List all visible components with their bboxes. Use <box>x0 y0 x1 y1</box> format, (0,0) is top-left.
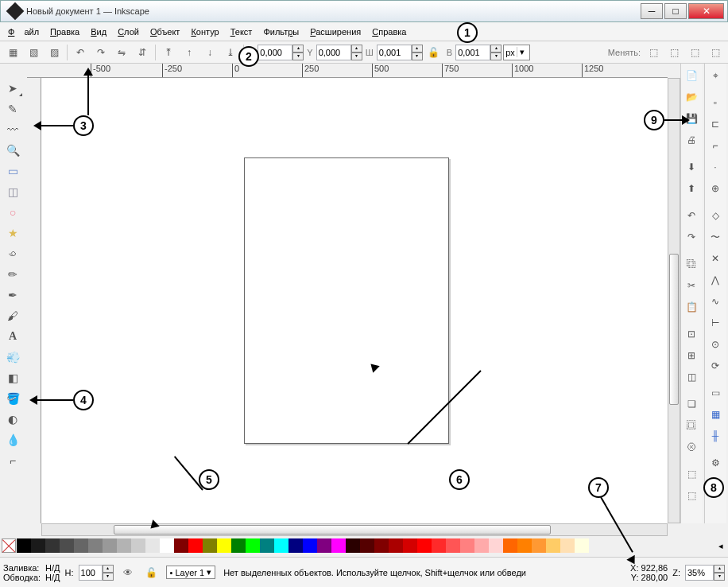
redo-icon[interactable]: ↷ <box>681 227 702 247</box>
horizontal-scrollbar[interactable] <box>41 523 668 536</box>
lock-icon[interactable]: 🔓 <box>424 43 443 62</box>
lower-icon[interactable]: ↓ <box>200 43 219 62</box>
affect-corners-icon[interactable]: ⬚ <box>685 43 704 62</box>
color-swatch[interactable] <box>389 538 403 553</box>
color-swatch[interactable] <box>446 538 460 553</box>
canvas-area[interactable] <box>41 78 668 523</box>
color-swatch[interactable] <box>131 538 145 553</box>
w-spinner[interactable]: ▴▾ <box>377 45 423 60</box>
snap-corner-icon[interactable]: ⌐ <box>705 135 726 156</box>
menu-view[interactable]: Вид <box>86 25 111 39</box>
snap-cusp-icon[interactable]: ⋀ <box>705 270 726 290</box>
menu-object[interactable]: Объект <box>145 25 184 39</box>
color-swatch[interactable] <box>474 538 489 553</box>
snap-object-center-icon[interactable]: ⊙ <box>705 334 726 355</box>
menu-filters[interactable]: Фильтры <box>258 25 304 39</box>
pencil-tool-icon[interactable]: ✏ <box>2 264 24 284</box>
affect-scale-icon[interactable]: ⬚ <box>664 43 683 62</box>
color-swatch[interactable] <box>103 538 117 553</box>
color-swatch[interactable] <box>88 538 103 553</box>
snap-guide-icon[interactable]: ╫ <box>705 426 726 446</box>
snap-intersection-icon[interactable]: ✕ <box>705 248 726 269</box>
x-spinner[interactable]: ▴▾ <box>258 45 304 60</box>
spray-tool-icon[interactable]: 💨 <box>2 347 24 367</box>
undo-icon[interactable]: ↶ <box>681 205 702 226</box>
flip-v-icon[interactable]: ⇵ <box>133 43 152 62</box>
zoom-tool-icon[interactable]: 🔍 <box>2 140 24 160</box>
ungroup-icon[interactable]: ⬚ <box>681 485 702 506</box>
zoom-spinner[interactable]: ▴▾ <box>685 565 725 581</box>
eraser-tool-icon[interactable]: ◧ <box>2 367 24 387</box>
color-swatch[interactable] <box>160 538 174 553</box>
flip-h-icon[interactable]: ⇋ <box>112 43 131 62</box>
color-swatch[interactable] <box>288 538 303 553</box>
snap-nodes-icon[interactable]: ◇ <box>705 205 726 226</box>
open-icon[interactable]: 📂 <box>681 87 702 107</box>
copy-icon[interactable]: ⿻ <box>681 254 702 274</box>
color-swatch[interactable] <box>74 538 88 553</box>
unit-combo[interactable]: px▾ <box>503 45 530 60</box>
color-swatch[interactable] <box>45 538 60 553</box>
dropper-tool-icon[interactable]: 💧 <box>2 430 24 449</box>
raise-icon[interactable]: ↑ <box>180 43 199 62</box>
snap-bbox-icon[interactable]: ▫ <box>705 92 726 113</box>
gradient-tool-icon[interactable]: ◐ <box>2 409 24 429</box>
tweak-tool-icon[interactable]: 〰 <box>2 119 24 139</box>
y-spinner[interactable]: ▴▾ <box>316 45 362 60</box>
color-swatch[interactable] <box>417 538 432 553</box>
snap-rotation-icon[interactable]: ⟳ <box>705 356 726 376</box>
color-swatch[interactable] <box>145 538 160 553</box>
color-swatch[interactable] <box>174 538 188 553</box>
vertical-scrollbar[interactable] <box>668 78 680 523</box>
box3d-tool-icon[interactable]: ◫ <box>2 181 24 201</box>
color-swatch[interactable] <box>374 538 389 553</box>
export-icon[interactable]: ⬆ <box>681 178 702 199</box>
color-swatch[interactable] <box>188 538 203 553</box>
cut-icon[interactable]: ✂ <box>681 275 702 296</box>
color-swatch[interactable] <box>17 538 31 553</box>
color-swatch[interactable] <box>203 538 217 553</box>
color-swatch[interactable] <box>489 538 503 553</box>
text-tool-icon[interactable]: A <box>2 326 24 346</box>
affect-gradient-icon[interactable]: ⬚ <box>706 43 725 62</box>
color-swatch[interactable] <box>360 538 374 553</box>
snap-midpoint-icon[interactable]: · <box>705 157 726 177</box>
snap-edge-icon[interactable]: ⊏ <box>705 114 726 134</box>
opacity-spinner[interactable]: ▴▾ <box>79 565 114 581</box>
color-swatch[interactable] <box>231 538 246 553</box>
group-icon[interactable]: ⬚ <box>681 464 702 484</box>
select-all-layers-icon[interactable]: ▧ <box>24 43 43 62</box>
menu-edit[interactable]: Правка <box>45 25 84 39</box>
color-swatch[interactable] <box>317 538 331 553</box>
zoom-fit-icon[interactable]: ⊡ <box>681 324 702 344</box>
select-tool-icon[interactable]: ➤ <box>2 78 24 98</box>
lower-bottom-icon[interactable]: ⤓ <box>221 43 240 62</box>
clone-icon[interactable]: ⿴ <box>681 415 702 436</box>
color-swatch[interactable] <box>331 538 346 553</box>
paste-icon[interactable]: 📋 <box>681 297 702 317</box>
snap-page-icon[interactable]: ▭ <box>705 383 726 403</box>
color-swatch[interactable] <box>303 538 317 553</box>
minimize-button[interactable]: ─ <box>641 3 663 19</box>
menu-path[interactable]: Контур <box>186 25 223 39</box>
print-icon[interactable]: 🖨 <box>681 130 702 150</box>
raise-top-icon[interactable]: ⤒ <box>159 43 178 62</box>
snap-smooth-icon[interactable]: ∿ <box>705 291 726 312</box>
calligraphy-tool-icon[interactable]: 🖌 <box>2 305 24 325</box>
new-doc-icon[interactable]: 📄 <box>681 65 702 86</box>
color-swatch[interactable] <box>274 538 288 553</box>
bucket-tool-icon[interactable]: 🪣 <box>2 388 24 408</box>
color-swatch[interactable] <box>31 538 45 553</box>
zoom-page-icon[interactable]: ◫ <box>681 367 702 387</box>
rect-tool-icon[interactable]: ▭ <box>2 161 24 181</box>
snap-line-mid-icon[interactable]: ⊢ <box>705 313 726 333</box>
color-swatch[interactable] <box>460 538 474 553</box>
rotate-cw-icon[interactable]: ↷ <box>91 43 110 62</box>
color-swatch[interactable] <box>117 538 131 553</box>
snap-path-icon[interactable]: 〜 <box>705 227 726 247</box>
duplicate-icon[interactable]: ❏ <box>681 394 702 414</box>
snap-center-icon[interactable]: ⊕ <box>705 178 726 199</box>
color-swatch[interactable] <box>432 538 446 553</box>
node-tool-icon[interactable]: ✎ <box>2 99 24 119</box>
unlink-icon[interactable]: ⮾ <box>681 437 702 457</box>
